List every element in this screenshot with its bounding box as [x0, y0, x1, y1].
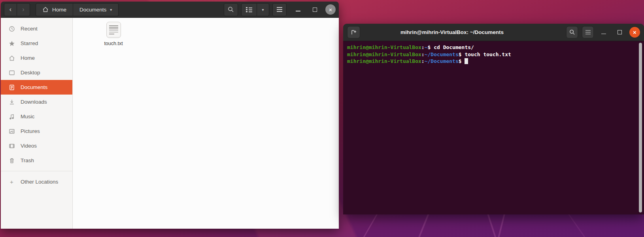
terminal-search-button[interactable] — [566, 26, 578, 38]
sidebar-item-desktop[interactable]: Desktop — [1, 65, 72, 80]
prompt-separator: : — [421, 44, 425, 50]
prompt-dollar: $ — [428, 44, 434, 50]
search-button[interactable] — [224, 3, 238, 16]
path-home-label: Home — [52, 7, 66, 13]
sidebar-item-downloads[interactable]: Downloads — [1, 95, 72, 109]
hamburger-icon — [277, 9, 282, 10]
chevron-down-icon: ▾ — [110, 8, 112, 12]
new-tab-button[interactable] — [347, 26, 360, 38]
forward-button[interactable]: › — [17, 3, 30, 16]
download-icon — [8, 99, 15, 105]
search-icon — [569, 29, 575, 35]
sidebar-item-label: Videos — [21, 143, 37, 149]
terminal-menu-button[interactable] — [582, 26, 594, 38]
prompt-path: ~/Documents — [425, 58, 459, 64]
prompt-user: mihrin@mihrin-VirtualBox — [347, 44, 421, 50]
sidebar-item-music[interactable]: Music — [1, 109, 72, 124]
sidebar-item-label: Pictures — [21, 128, 40, 134]
view-options-button[interactable]: ▾ — [257, 3, 269, 16]
prompt-separator: : — [421, 51, 425, 57]
maximize-button[interactable] — [309, 4, 321, 15]
sidebar-item-home[interactable]: Home — [1, 51, 72, 65]
command-text: cd Documents/ — [434, 44, 474, 50]
sidebar-item-label: Desktop — [21, 70, 40, 76]
sidebar-item-label: Documents — [21, 84, 47, 90]
list-view-button[interactable] — [241, 3, 257, 16]
prompt-path: ~/Documents — [425, 51, 459, 57]
prompt-dollar: $ — [459, 58, 465, 64]
close-icon: × — [329, 7, 332, 13]
terminal-maximize-button[interactable] — [614, 27, 625, 38]
star-icon — [8, 40, 15, 47]
close-icon: × — [633, 29, 636, 35]
maximize-icon — [618, 30, 622, 34]
chevron-down-icon: ▾ — [262, 8, 264, 12]
terminal-scrollbar[interactable] — [639, 43, 642, 212]
minimize-icon — [296, 11, 300, 11]
home-icon — [8, 55, 15, 61]
path-bar: Home Documents ▾ — [36, 3, 119, 16]
prompt-user: mihrin@mihrin-VirtualBox — [347, 58, 421, 64]
hamburger-icon — [585, 32, 591, 33]
terminal-close-button[interactable]: × — [629, 27, 640, 38]
minimize-icon — [601, 34, 606, 34]
nav-button-group: ‹ › — [4, 3, 30, 16]
terminal-line: mihrin@mihrin-VirtualBox:~/Documents$ to… — [347, 51, 640, 58]
text-file-icon — [106, 22, 121, 38]
sidebar-item-label: Trash — [21, 157, 34, 163]
sidebar-item-other-locations[interactable]: + Other Locations — [1, 174, 72, 189]
path-segment-documents[interactable]: Documents ▾ — [73, 3, 119, 16]
plus-icon: + — [8, 178, 15, 185]
terminal-line: mihrin@mihrin-VirtualBox:~/Documents$ — [347, 58, 640, 65]
sidebar-item-label: Other Locations — [21, 179, 58, 185]
close-button[interactable]: × — [325, 4, 336, 15]
home-icon — [42, 6, 49, 13]
sidebar-item-label: Downloads — [21, 99, 47, 105]
document-icon — [8, 84, 15, 91]
file-name-label: touch.txt — [104, 41, 123, 46]
view-toggle-group: ▾ — [241, 3, 269, 16]
back-button[interactable]: ‹ — [4, 3, 17, 16]
sidebar-item-starred[interactable]: Starred — [1, 36, 72, 51]
sidebar-item-videos[interactable]: Videos — [1, 138, 72, 153]
sidebar-item-trash[interactable]: Trash — [1, 153, 72, 168]
video-icon — [8, 142, 15, 149]
prompt-dollar: $ — [459, 51, 465, 57]
sidebar-item-label: Recent — [21, 26, 38, 32]
terminal-titlebar: mihrin@mihrin-VirtualBox: ~/Documents × — [343, 24, 644, 41]
minimize-button[interactable] — [292, 4, 304, 15]
back-icon: ‹ — [9, 6, 11, 13]
terminal-window: mihrin@mihrin-VirtualBox: ~/Documents × — [343, 24, 644, 214]
desktop-icon — [8, 69, 15, 76]
file-item-touch-txt[interactable]: touch.txt — [95, 22, 132, 46]
sidebar-separator — [1, 171, 72, 171]
terminal-line: mihrin@mihrin-VirtualBox:~$ cd Documents… — [347, 44, 640, 51]
clock-icon — [8, 25, 15, 32]
search-icon — [228, 6, 234, 13]
music-note-icon — [8, 113, 15, 120]
terminal-minimize-button[interactable] — [598, 27, 610, 38]
prompt-user: mihrin@mihrin-VirtualBox — [347, 51, 421, 57]
menu-button[interactable] — [272, 3, 287, 16]
forward-icon: › — [22, 6, 24, 13]
path-current-label: Documents — [79, 7, 106, 13]
trash-icon — [8, 157, 15, 164]
files-content-area[interactable]: touch.txt — [73, 18, 339, 229]
terminal-cursor — [465, 58, 468, 64]
files-window: ‹ › Home Documents ▾ — [1, 2, 339, 229]
terminal-text-area[interactable]: mihrin@mihrin-VirtualBox:~$ cd Documents… — [343, 41, 644, 214]
sidebar-item-documents[interactable]: Documents — [1, 80, 72, 95]
sidebar-item-label: Music — [21, 114, 34, 119]
sidebar-item-label: Home — [21, 55, 35, 61]
files-sidebar: Recent Starred Home — [1, 18, 73, 229]
prompt-separator: : — [421, 58, 425, 64]
terminal-title: mihrin@mihrin-VirtualBox: ~/Documents — [343, 29, 561, 35]
sidebar-item-recent[interactable]: Recent — [1, 21, 72, 36]
sidebar-item-label: Starred — [21, 40, 38, 46]
prompt-path: ~ — [425, 44, 428, 50]
command-text: touch touch.txt — [465, 51, 511, 57]
path-segment-home[interactable]: Home — [36, 3, 73, 16]
new-tab-icon — [351, 29, 357, 36]
sidebar-item-pictures[interactable]: Pictures — [1, 124, 72, 138]
files-body: Recent Starred Home — [1, 18, 339, 229]
